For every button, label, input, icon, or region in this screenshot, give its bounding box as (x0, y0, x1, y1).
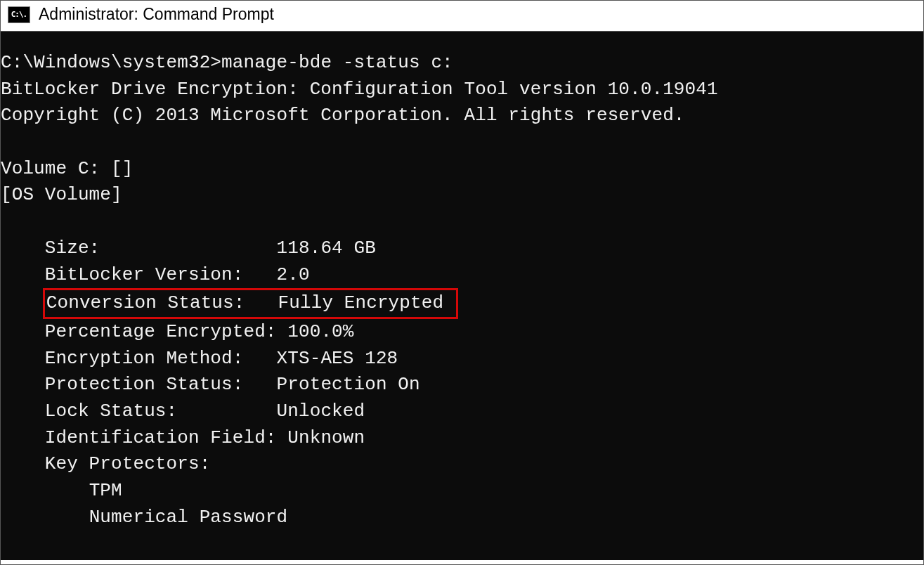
prompt-text: C:\Windows\system32> (1, 52, 221, 73)
protector-value: Numerical Password (89, 507, 288, 528)
field-identification-field: Identification Field: Unknown (1, 425, 923, 452)
volume-line: Volume C: [] (1, 156, 923, 183)
blank-line (1, 129, 923, 156)
field-label: Encryption Method: (45, 348, 244, 369)
prompt-line: C:\Windows\system32>manage-bde -status c… (1, 50, 923, 77)
field-value: 118.64 GB (277, 238, 376, 259)
terminal-output[interactable]: C:\Windows\system32>manage-bde -status c… (1, 32, 923, 560)
field-size: Size: 118.64 GB (1, 235, 923, 262)
field-label: Key Protectors: (45, 453, 211, 474)
field-value: 100.0% (287, 321, 353, 342)
field-conversion-status: Conversion Status: Fully Encrypted (1, 288, 923, 319)
field-value: XTS-AES 128 (277, 348, 398, 369)
blank-line (1, 209, 923, 235)
field-lock-status: Lock Status: Unlocked (1, 398, 923, 425)
field-label: Size: (45, 238, 100, 259)
field-label: Protection Status: (45, 374, 244, 395)
window-titlebar: C:\. Administrator: Command Prompt (1, 1, 923, 32)
protector-item-2: Numerical Password (1, 505, 923, 531)
volume-desc-line: [OS Volume] (1, 182, 923, 209)
field-label: Percentage Encrypted: (45, 321, 277, 342)
field-value: Unknown (287, 427, 365, 448)
field-value: Unlocked (277, 401, 365, 422)
field-value: Fully Encrypted (278, 292, 444, 313)
field-bitlocker-version: BitLocker Version: 2.0 (1, 262, 923, 289)
cmd-icon: C:\. (8, 6, 30, 23)
field-value: 2.0 (277, 264, 310, 285)
protector-value: TPM (89, 480, 122, 501)
field-label: Conversion Status: (46, 292, 245, 313)
field-protection-status: Protection Status: Protection On (1, 372, 923, 398)
field-percentage-encrypted: Percentage Encrypted: 100.0% (1, 319, 923, 346)
command-text: manage-bde -status c: (221, 52, 453, 73)
header-line-2: Copyright (C) 2013 Microsoft Corporation… (1, 103, 923, 129)
field-label: Identification Field: (45, 427, 277, 448)
window-title: Administrator: Command Prompt (39, 5, 274, 24)
header-line-1: BitLocker Drive Encryption: Configuratio… (1, 77, 923, 103)
field-encryption-method: Encryption Method: XTS-AES 128 (1, 346, 923, 372)
highlight-box: Conversion Status: Fully Encrypted (43, 288, 458, 319)
field-key-protectors: Key Protectors: (1, 451, 923, 478)
field-label: Lock Status: (45, 401, 177, 422)
field-label: BitLocker Version: (45, 264, 244, 285)
protector-item-1: TPM (1, 478, 923, 505)
field-value: Protection On (277, 374, 420, 395)
